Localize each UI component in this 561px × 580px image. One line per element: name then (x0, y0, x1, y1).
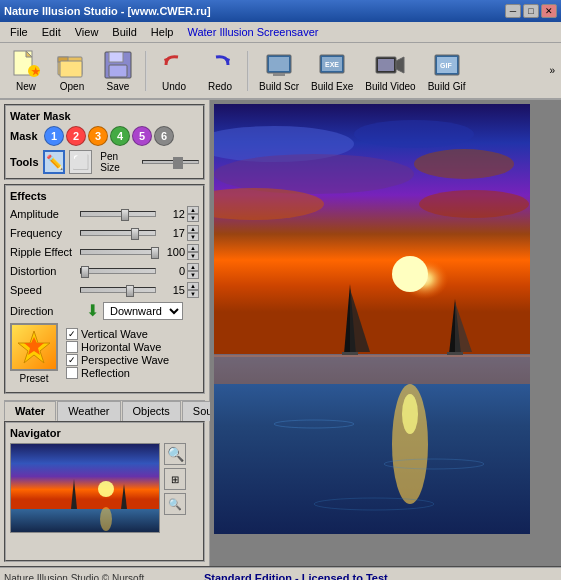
amplitude-down[interactable]: ▼ (187, 214, 199, 222)
distortion-value: 0 (160, 265, 185, 277)
menu-help[interactable]: Help (145, 24, 180, 40)
pen-size-thumb[interactable] (173, 157, 183, 169)
ripple-down[interactable]: ▼ (187, 252, 199, 260)
frequency-value: 17 (160, 227, 185, 239)
status-right-text: Standard Edition - Licensed to Test (204, 572, 388, 580)
svg-rect-47 (342, 352, 358, 355)
menu-view[interactable]: View (69, 24, 105, 40)
frequency-thumb[interactable] (131, 228, 139, 240)
amplitude-thumb[interactable] (121, 209, 129, 221)
navigator-controls: 🔍 ⊞ 🔍 (164, 443, 186, 533)
canvas-area (210, 100, 561, 566)
window-controls: ─ □ ✕ (505, 4, 557, 18)
svg-text:GIF: GIF (440, 62, 452, 69)
frequency-slider[interactable] (80, 230, 156, 236)
reflection-checkbox[interactable] (66, 367, 78, 379)
toolbar-build-gif-button[interactable]: GIF Build Gif (423, 46, 471, 95)
open-icon (56, 49, 88, 81)
vertical-wave-checkbox[interactable]: ✓ (66, 328, 78, 340)
mask-4-button[interactable]: 4 (110, 126, 130, 146)
ripple-thumb[interactable] (151, 247, 159, 259)
painting-svg (214, 104, 530, 534)
undo-label: Undo (162, 81, 186, 92)
menu-screensaver[interactable]: Water Illusion Screensaver (181, 24, 324, 40)
toolbar-build-exe-button[interactable]: EXE Build Exe (306, 46, 358, 95)
svg-point-43 (402, 394, 418, 434)
build-video-label: Build Video (365, 81, 415, 92)
speed-slider[interactable] (80, 287, 156, 293)
distortion-label: Distortion (10, 265, 78, 277)
speed-up[interactable]: ▲ (187, 282, 199, 290)
ripple-slider[interactable] (80, 249, 156, 255)
frequency-up[interactable]: ▲ (187, 225, 199, 233)
svg-point-28 (98, 481, 114, 497)
tab-water[interactable]: Water (4, 401, 56, 421)
minimize-button[interactable]: ─ (505, 4, 521, 18)
speed-down[interactable]: ▼ (187, 290, 199, 298)
nav-fit-button[interactable]: ⊞ (164, 468, 186, 490)
svg-point-34 (392, 256, 428, 292)
mask-6-button[interactable]: 6 (154, 126, 174, 146)
perspective-wave-row: ✓ Perspective Wave (66, 354, 169, 366)
toolbar-save-button[interactable]: Save (96, 46, 140, 95)
build-gif-label: Build Gif (428, 81, 466, 92)
nav-zoom-in-button[interactable]: 🔍 (164, 443, 186, 465)
mask-1-button[interactable]: 1 (44, 126, 64, 146)
speed-thumb[interactable] (126, 285, 134, 297)
ripple-up[interactable]: ▲ (187, 244, 199, 252)
toolbar-redo-button[interactable]: Redo (198, 46, 242, 95)
svg-point-37 (214, 154, 414, 194)
svg-point-29 (100, 507, 112, 531)
toolbar-build-video-button[interactable]: Build Video (360, 46, 420, 95)
menu-edit[interactable]: Edit (36, 24, 67, 40)
speed-row: Speed 15 ▲ ▼ (10, 282, 199, 298)
mask-label: Mask (10, 130, 40, 142)
ripple-label: Ripple Effect (10, 246, 78, 258)
tab-objects[interactable]: Objects (122, 401, 181, 421)
perspective-wave-checkbox[interactable]: ✓ (66, 354, 78, 366)
mask-5-button[interactable]: 5 (132, 126, 152, 146)
direction-select[interactable]: Downward Upward Left Right (103, 302, 183, 320)
toolbar-new-button[interactable]: ★ New (4, 46, 48, 95)
menu-build[interactable]: Build (106, 24, 142, 40)
undo-icon (158, 49, 190, 81)
menu-file[interactable]: File (4, 24, 34, 40)
mask-numbers: 1 2 3 4 5 6 (44, 126, 174, 146)
frequency-down[interactable]: ▼ (187, 233, 199, 241)
direction-row: Direction ⬇ Downward Upward Left Right (10, 301, 199, 320)
mask-3-button[interactable]: 3 (88, 126, 108, 146)
amplitude-slider[interactable] (80, 211, 156, 217)
distortion-down[interactable]: ▼ (187, 271, 199, 279)
pencil-tool-button[interactable]: ✏️ (43, 150, 66, 174)
mask-2-button[interactable]: 2 (66, 126, 86, 146)
toolbar-undo-button[interactable]: Undo (152, 46, 196, 95)
amplitude-up[interactable]: ▲ (187, 206, 199, 214)
pen-size-slider[interactable] (142, 160, 199, 164)
vertical-wave-row: ✓ Vertical Wave (66, 328, 169, 340)
amplitude-row: Amplitude 12 ▲ ▼ (10, 206, 199, 222)
build-scr-label: Build Scr (259, 81, 299, 92)
navigator-title: Navigator (10, 427, 199, 439)
build-video-icon (374, 49, 406, 81)
toolbar-build-scr-button[interactable]: Build Scr (254, 46, 304, 95)
horizontal-wave-checkbox[interactable] (66, 341, 78, 353)
svg-point-38 (414, 149, 514, 179)
toolbar-overflow-button[interactable]: » (547, 63, 557, 78)
close-button[interactable]: ✕ (541, 4, 557, 18)
ripple-value: 100 (160, 246, 185, 258)
frequency-row: Frequency 17 ▲ ▼ (10, 225, 199, 241)
svg-rect-20 (378, 59, 394, 71)
eraser-tool-button[interactable]: ⬜ (69, 150, 92, 174)
preset-button[interactable] (10, 323, 58, 371)
svg-rect-44 (214, 354, 530, 384)
distortion-thumb[interactable] (81, 266, 89, 278)
distortion-up[interactable]: ▲ (187, 263, 199, 271)
nav-zoom-out-button[interactable]: 🔍 (164, 493, 186, 515)
build-exe-icon: EXE (316, 49, 348, 81)
maximize-button[interactable]: □ (523, 4, 539, 18)
toolbar-open-button[interactable]: Open (50, 46, 94, 95)
vertical-wave-label: Vertical Wave (81, 328, 148, 340)
tab-weather[interactable]: Weather (57, 401, 120, 421)
distortion-slider[interactable] (80, 268, 156, 274)
status-bar: Nature Illusion Studio © Nursoft Standar… (0, 566, 561, 580)
